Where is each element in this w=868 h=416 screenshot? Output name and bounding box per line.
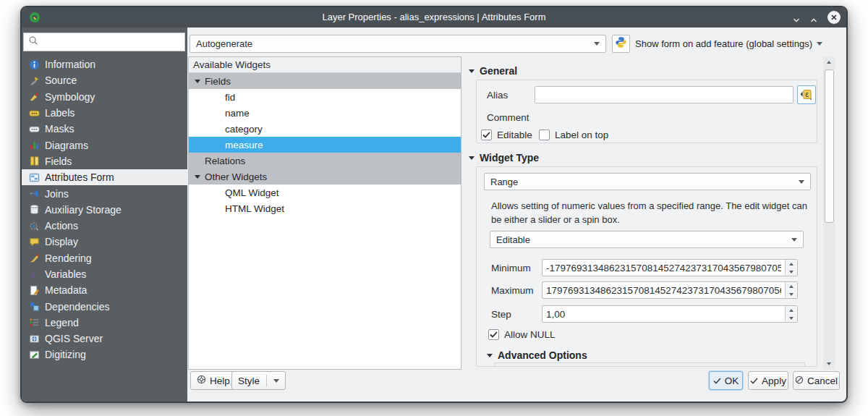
show-form-select[interactable]: Show form on add feature (global setting… [635,35,822,53]
search-input[interactable] [41,36,184,48]
tree-item-html-widget[interactable]: HTML Widget [189,200,461,216]
tree-item-qml-widget[interactable]: QML Widget [189,184,461,200]
ok-button[interactable]: OK [709,371,743,390]
allow-null-checkbox[interactable] [488,329,499,340]
allow-null-checkbox-row: Allow NULL [488,329,556,340]
widget-type-groupbox: Range Allows setting of numeric values f… [476,166,817,367]
sidebar-item-symbology[interactable]: Symbology [22,89,187,105]
joins-icon [28,188,40,200]
svg-text:ε: ε [31,269,35,279]
tree-item-measure[interactable]: measure [189,137,461,153]
cancel-icon [795,375,804,386]
caret-down-icon [469,69,475,73]
label-on-top-checkbox[interactable] [539,130,550,140]
tree-item-fid[interactable]: fid [189,89,461,105]
sidebar-item-metadata[interactable]: Metadata [22,282,187,298]
sidebar-item-actions[interactable]: Actions [22,218,187,234]
sidebar-item-masks[interactable]: Masks [22,121,187,137]
spin-up-icon[interactable] [789,309,793,312]
form-layout-select[interactable]: Autogenerate [190,35,606,53]
advanced-options-header[interactable]: Advanced Options [487,349,587,361]
minimum-label: Minimum [491,263,531,273]
sidebar-item-dependencies[interactable]: Dependencies [22,298,187,314]
sidebar-item-label: Joins [45,188,69,200]
chevron-down-icon [799,180,804,184]
check-icon [713,375,721,386]
spin-down-icon[interactable] [789,317,793,320]
apply-button[interactable]: Apply [748,371,788,390]
spin-down-icon[interactable] [789,271,793,273]
widget-type-section-header[interactable]: Widget Type [469,152,539,164]
layer-properties-dialog: Layer Properties - alias_expressions | A… [20,6,848,403]
shade-chevron-down-icon[interactable] [793,14,800,21]
available-widgets-panel: Available Widgets Fields fid name catego… [188,56,461,370]
widget-type-value: Range [490,177,799,187]
general-section-header[interactable]: General [469,65,517,77]
maximize-chevron-up-icon[interactable] [810,14,817,21]
spin-buttons[interactable] [785,260,797,276]
dependencies-icon [28,301,40,313]
sidebar-item-qgis-server[interactable]: QGIS Server [22,331,187,347]
sidebar-item-digitizing[interactable]: Digitizing [22,347,187,362]
scrollbar-thumb[interactable] [825,69,834,223]
alias-input[interactable] [535,86,793,103]
caret-down-icon [469,156,475,160]
minimum-spinbox[interactable] [542,259,798,276]
sidebar-search[interactable] [23,33,185,51]
titlebar[interactable]: Layer Properties - alias_expressions | A… [22,7,846,27]
help-button[interactable]: Help [190,371,237,390]
editable-checkbox[interactable] [481,130,492,140]
vertical-scrollbar[interactable] [823,56,835,370]
comment-label: Comment [487,112,529,123]
sidebar-item-rendering[interactable]: Rendering [22,250,187,266]
maximum-spinbox[interactable] [542,281,798,299]
editable-checkbox-label: Editable [497,130,532,140]
chevron-down-icon [817,42,822,46]
caret-down-icon[interactable] [195,175,200,179]
caret-down-icon[interactable] [195,80,200,83]
sidebar-item-variables[interactable]: εVariables [22,266,187,282]
spin-buttons[interactable] [785,306,797,322]
sidebar-item-label: Diagrams [45,140,88,151]
form-layout-value: Autogenerate [196,38,594,49]
scroll-down-icon[interactable] [823,358,835,370]
help-icon [197,375,206,386]
masks-icon [28,123,40,135]
style-button[interactable]: Style [231,371,286,390]
step-spinbox[interactable] [542,305,798,323]
editable-mode-select[interactable]: Editable [490,231,804,248]
sidebar-item-auxiliary-storage[interactable]: Auxiliary Storage [22,202,187,218]
spin-down-icon[interactable] [789,293,793,296]
sidebar-item-source[interactable]: Source [22,72,187,88]
maximum-input[interactable] [542,282,785,298]
sidebar-item-joins[interactable]: Joins [22,185,187,201]
sidebar-item-display[interactable]: Display [22,234,187,250]
spin-up-icon[interactable] [789,285,793,288]
sidebar-item-diagrams[interactable]: Diagrams [22,137,187,153]
expression-override-button[interactable]: ε [797,85,816,104]
scroll-up-icon[interactable] [823,56,835,68]
python-init-button[interactable] [612,35,630,53]
sidebar-item-legend[interactable]: Legend [22,315,187,331]
sidebar-item-fields[interactable]: Fields [22,153,187,169]
sidebar-item-information[interactable]: Information [22,56,187,72]
tree-group-fields[interactable]: Fields [189,73,461,89]
tree-group-other-widgets[interactable]: Other Widgets [189,169,461,184]
diagrams-icon [28,140,40,151]
maximum-label: Maximum [491,285,534,296]
spin-buttons[interactable] [785,282,797,298]
widget-type-select[interactable]: Range [484,173,811,190]
widget-description: Allows setting of numeric values from a … [491,199,812,226]
tree-item-category[interactable]: category [189,121,461,137]
close-icon[interactable] [827,11,841,24]
tree-item-name[interactable]: name [189,105,461,121]
sidebar-item-labels[interactable]: Labels [22,105,187,121]
step-input[interactable] [542,306,785,322]
spin-up-icon[interactable] [789,263,793,266]
sidebar-item-attributes-form[interactable]: Attributes Form [22,169,187,185]
sidebar-item-label: Information [45,59,95,70]
minimum-input[interactable] [542,260,785,276]
cancel-button[interactable]: Cancel [793,371,840,390]
tree-group-relations[interactable]: Relations [189,153,461,169]
sidebar-item-label: Variables [45,268,86,280]
